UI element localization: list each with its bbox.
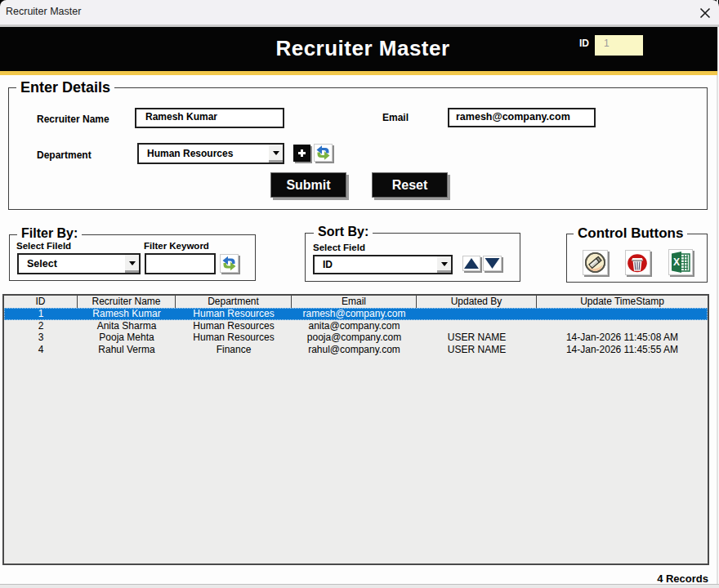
- svg-text:X: X: [673, 256, 680, 268]
